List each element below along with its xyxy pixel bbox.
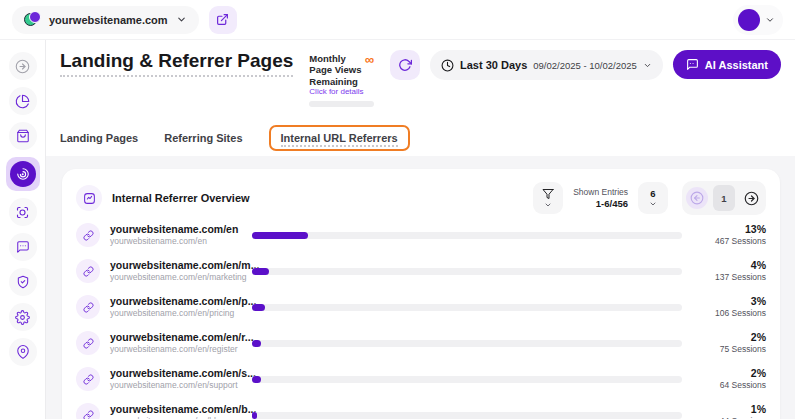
report-icon-badge: [76, 185, 102, 211]
tab-referring-sites[interactable]: Referring Sites: [164, 132, 242, 144]
referrer-url-full: yourwebsitename.com/en/marketing: [110, 272, 246, 283]
link-icon-badge: [76, 367, 100, 391]
sidebar-item-referrers-active[interactable]: [6, 157, 40, 191]
sessions-value: 106 Sessions: [692, 308, 766, 319]
referrer-row: yourwebsitename.com/en/p...yourwebsitena…: [76, 289, 766, 325]
ai-assistant-button[interactable]: AI Assistant: [673, 50, 781, 79]
referrer-url: yourwebsitename.com/en/s...: [110, 367, 246, 381]
card-title: Internal Referrer Overview: [112, 192, 250, 204]
clock-icon: [441, 59, 454, 72]
usage-bar-fill: [252, 232, 308, 239]
referrer-url: yourwebsitename.com/en/r...: [110, 331, 246, 345]
tab-bar: Landing Pages Referring Sites Internal U…: [60, 120, 781, 156]
user-menu[interactable]: [733, 5, 783, 35]
refresh-button[interactable]: [390, 50, 420, 80]
page-size-value: 6: [650, 188, 655, 199]
sidebar-item-store[interactable]: [9, 122, 37, 150]
referrer-row: yourwebsitename.com/enyourwebsitename.co…: [76, 217, 766, 253]
quota-details-link[interactable]: Click for details: [309, 87, 364, 96]
link-icon-badge: [76, 259, 100, 283]
usage-bar-track: [252, 376, 682, 383]
usage-bar-fill: [252, 304, 265, 311]
sidebar-item-settings[interactable]: [9, 303, 37, 331]
referrer-url-full: yourwebsitename.com/en: [110, 236, 246, 247]
quota-title: Monthly Page Views Remaining: [309, 53, 364, 87]
tab-landing-pages[interactable]: Landing Pages: [60, 132, 138, 144]
page-title: Landing & Referrer Pages: [60, 50, 293, 77]
ai-assistant-label: AI Assistant: [705, 59, 768, 71]
external-link-icon: [216, 13, 229, 26]
referrer-list: yourwebsitename.com/enyourwebsitename.co…: [76, 217, 766, 419]
usage-bar-fill: [252, 412, 257, 419]
link-icon: [83, 338, 94, 349]
report-icon: [83, 192, 96, 205]
referrer-url: yourwebsitename.com/en: [110, 223, 246, 237]
chat-bubble-icon: [16, 240, 30, 254]
percent-value: 1%: [692, 403, 766, 417]
shown-entries: Shown Entries 1-6/456: [573, 187, 628, 210]
referrer-url: yourwebsitename.com/en/p...: [110, 295, 246, 309]
link-icon-badge: [76, 331, 100, 355]
sidebar-item-location[interactable]: [9, 338, 37, 366]
usage-bar-track: [252, 268, 682, 275]
percent-value: 13%: [692, 223, 766, 237]
arrow-right-circle-icon: [744, 191, 759, 206]
sidebar: [0, 40, 46, 419]
chevron-down-icon: [649, 200, 657, 208]
tab-internal-url-referrers[interactable]: Internal URL Referrers: [269, 125, 410, 151]
arrow-right-circle-icon: [15, 59, 30, 74]
sessions-value: 64 Sessions: [692, 380, 766, 391]
top-bar: yourwebsitename.com: [0, 0, 795, 40]
referrer-url: yourwebsitename.com/en/b...: [110, 403, 246, 417]
sidebar-item-goals[interactable]: [9, 198, 37, 226]
referrer-url-full: yourwebsitename.com/en/support: [110, 380, 246, 391]
link-icon: [83, 302, 94, 313]
link-icon: [83, 410, 94, 419]
shopping-bag-icon: [16, 129, 30, 143]
chevron-down-icon: [544, 201, 552, 209]
referrer-row: yourwebsitename.com/en/s...yourwebsitena…: [76, 361, 766, 397]
chat-bubble-icon: [686, 58, 699, 71]
gear-icon: [15, 310, 30, 325]
funnel-icon: [542, 188, 554, 200]
quota-widget: Monthly Page Views Remaining Click for d…: [309, 50, 374, 107]
tab-label: Internal URL Referrers: [281, 132, 398, 147]
sessions-value: 137 Sessions: [692, 272, 766, 283]
arrow-left-circle-icon: [690, 191, 704, 205]
sidebar-item-analytics[interactable]: [9, 87, 37, 115]
pagination-prev-button[interactable]: [686, 187, 708, 209]
chevron-down-icon: [176, 14, 187, 25]
pagination-current-page[interactable]: 1: [713, 185, 735, 211]
usage-bar-fill: [252, 268, 269, 275]
map-pin-icon: [16, 345, 30, 359]
usage-bar-fill: [252, 376, 261, 383]
link-icon-badge: [76, 223, 100, 247]
pagination-next-button[interactable]: [740, 187, 762, 209]
usage-bar-track: [252, 232, 682, 239]
chevron-down-icon: [643, 61, 652, 70]
filter-button[interactable]: [533, 182, 563, 214]
percent-value: 4%: [692, 259, 766, 273]
chevron-down-icon: [765, 15, 775, 25]
refresh-icon: [398, 58, 412, 72]
percent-value: 2%: [692, 367, 766, 381]
site-selector[interactable]: yourwebsitename.com: [12, 6, 199, 34]
page-size-selector[interactable]: 6: [638, 182, 668, 214]
page-header: Landing & Referrer Pages Monthly Page Vi…: [46, 40, 795, 156]
referrer-row: yourwebsitename.com/en/m...yourwebsitena…: [76, 253, 766, 289]
link-icon: [83, 230, 94, 241]
quota-progress-bar: [309, 101, 374, 107]
sidebar-item-messages[interactable]: [9, 233, 37, 261]
sidebar-item-toggle[interactable]: [9, 52, 37, 80]
avatar: [738, 9, 760, 31]
date-range-picker[interactable]: Last 30 Days 09/02/2025 - 10/02/2025: [430, 50, 663, 80]
referrer-url: yourwebsitename.com/en/m...: [110, 259, 246, 273]
swirl-fingerprint-icon: [16, 167, 30, 181]
percent-value: 3%: [692, 295, 766, 309]
sidebar-item-security[interactable]: [9, 268, 37, 296]
referrer-row: yourwebsitename.com/en/r...yourwebsitena…: [76, 325, 766, 361]
percent-value: 2%: [692, 331, 766, 345]
link-icon-badge: [76, 403, 100, 419]
focus-scan-icon: [15, 205, 30, 220]
share-button[interactable]: [209, 6, 237, 34]
